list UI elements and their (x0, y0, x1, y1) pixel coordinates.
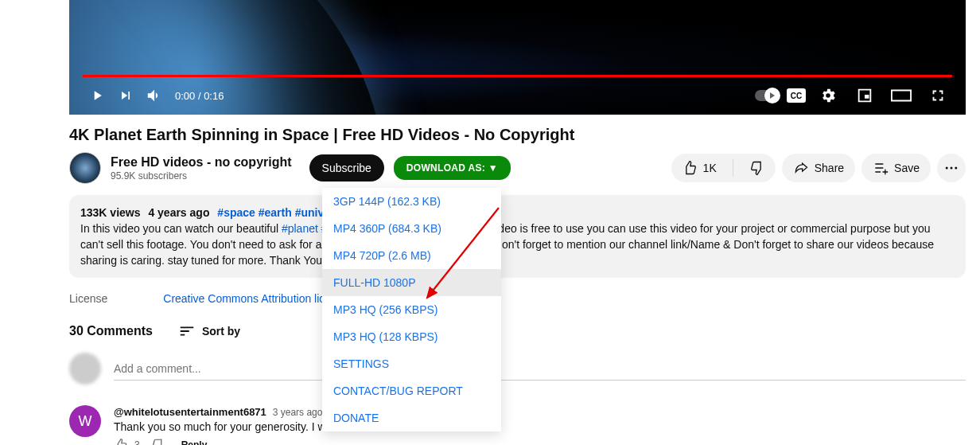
captions-button[interactable]: CC (787, 88, 806, 103)
dropdown-item-fullhd-1080p[interactable]: FULL-HD 1080P (322, 269, 501, 296)
dropdown-item-mp3-256[interactable]: MP3 HQ (256 KBPS) (322, 296, 501, 323)
save-label: Save (894, 162, 920, 174)
video-player[interactable]: 0:00 / 0:16 CC (69, 0, 966, 115)
volume-icon (146, 87, 163, 104)
fullscreen-icon (929, 87, 947, 104)
comment-dislike-button[interactable] (151, 438, 165, 445)
video-title: 4K Planet Earth Spinning in Space | Free… (69, 126, 966, 144)
dropdown-item-mp3-128[interactable]: MP3 HQ (128 KBPS) (322, 323, 501, 350)
comment-reply-button[interactable]: Reply (181, 439, 208, 445)
dropdown-item-contact[interactable]: CONTACT/BUG REPORT (322, 377, 501, 404)
channel-name[interactable]: Free HD videos - no copyright (111, 155, 292, 170)
svg-point-2 (955, 167, 957, 170)
more-actions-button[interactable] (937, 154, 966, 182)
share-label: Share (815, 162, 844, 174)
share-button[interactable]: Share (782, 154, 855, 182)
svg-point-0 (946, 167, 948, 170)
fullscreen-button[interactable] (924, 81, 952, 110)
next-button[interactable] (111, 81, 140, 110)
comment-text: Thank you so much for your generosity. I… (114, 420, 347, 433)
comments-count: 30 Comments (69, 324, 153, 338)
play-button[interactable] (83, 81, 111, 110)
theater-button[interactable] (887, 81, 916, 110)
like-dislike-pill: 1K (671, 154, 776, 182)
dropdown-item-settings[interactable]: SETTINGS (322, 350, 501, 377)
save-icon (873, 160, 889, 176)
volume-button[interactable] (140, 81, 169, 110)
dislike-button[interactable] (739, 154, 776, 182)
settings-button[interactable] (814, 81, 842, 110)
description-text-1: In this video you can watch our beautifu… (80, 222, 282, 235)
sort-label: Sort by (202, 325, 240, 338)
comment-like-count: 3 (134, 439, 140, 445)
commenter-handle[interactable]: @whitelotusentertainment6871 (114, 406, 266, 418)
add-comment-input[interactable] (114, 357, 966, 381)
comment-like-button[interactable] (114, 438, 128, 445)
pill-divider (733, 159, 733, 177)
description-box[interactable]: 133K views 4 years ago #space #earth #un… (69, 195, 966, 278)
view-count: 133K views (80, 206, 141, 219)
subscriber-count: 95.9K subscribers (111, 170, 292, 182)
channel-avatar[interactable] (69, 152, 101, 184)
download-as-button[interactable]: DOWNLOAD AS: ▼ (394, 156, 511, 180)
share-icon (793, 160, 809, 176)
dropdown-item-3gp-144p[interactable]: 3GP 144P (162.3 KB) (322, 188, 501, 215)
like-button[interactable]: 1K (671, 154, 727, 182)
autoplay-toggle[interactable] (755, 90, 779, 101)
sort-by-button[interactable]: Sort by (178, 322, 240, 340)
dropdown-item-mp4-360p[interactable]: MP4 360P (684.3 KB) (322, 215, 501, 242)
like-count: 1K (703, 162, 717, 174)
thumbs-down-icon (749, 160, 765, 176)
commenter-avatar[interactable]: W (69, 405, 101, 437)
upload-age: 4 years ago (148, 206, 209, 219)
miniplayer-icon (856, 87, 873, 104)
sort-icon (178, 322, 196, 340)
comment-time: 3 years ago (273, 407, 323, 418)
download-format-dropdown: 3GP 144P (162.3 KB) MP4 360P (684.3 KB) … (322, 188, 501, 431)
license-row: License Creative Commons Attribution lic… (69, 292, 966, 305)
channel-row: Free HD videos - no copyright 95.9K subs… (69, 152, 966, 184)
time-display: 0:00 / 0:16 (175, 90, 224, 102)
play-icon (89, 87, 105, 104)
ellipsis-icon (943, 160, 959, 176)
thumbs-up-icon (682, 160, 698, 176)
comment-item: W @whitelotusentertainment6871 3 years a… (69, 405, 966, 445)
theater-icon (891, 88, 912, 103)
dropdown-item-mp4-720p[interactable]: MP4 720P (2.6 MB) (322, 242, 501, 269)
current-user-avatar[interactable] (69, 353, 101, 384)
next-icon (118, 88, 134, 103)
dropdown-item-donate[interactable]: DONATE (322, 404, 501, 431)
miniplayer-button[interactable] (850, 81, 879, 110)
gear-icon (819, 87, 837, 104)
svg-point-1 (951, 167, 953, 170)
subscribe-button[interactable]: Subscribe (309, 154, 384, 182)
save-button[interactable]: Save (861, 154, 931, 182)
license-label: License (69, 292, 107, 305)
